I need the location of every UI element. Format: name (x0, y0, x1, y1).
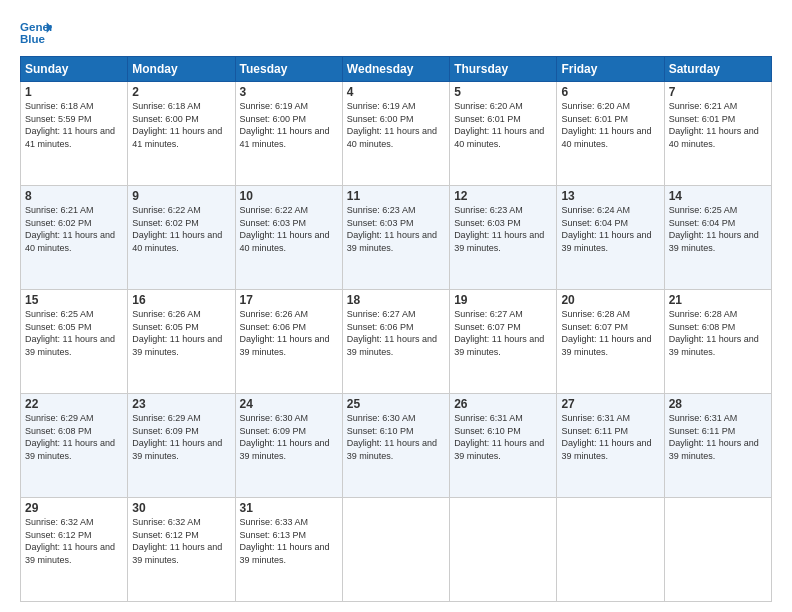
day-number: 18 (347, 293, 445, 307)
calendar-cell: 23Sunrise: 6:29 AMSunset: 6:09 PMDayligh… (128, 394, 235, 498)
day-info: Sunrise: 6:28 AMSunset: 6:07 PMDaylight:… (561, 309, 651, 357)
day-number: 30 (132, 501, 230, 515)
day-info: Sunrise: 6:18 AMSunset: 5:59 PMDaylight:… (25, 101, 115, 149)
calendar-cell: 27Sunrise: 6:31 AMSunset: 6:11 PMDayligh… (557, 394, 664, 498)
calendar-week-row: 22Sunrise: 6:29 AMSunset: 6:08 PMDayligh… (21, 394, 772, 498)
calendar-table: SundayMondayTuesdayWednesdayThursdayFrid… (20, 56, 772, 602)
day-number: 24 (240, 397, 338, 411)
logo-icon: General Blue (20, 18, 52, 46)
day-info: Sunrise: 6:20 AMSunset: 6:01 PMDaylight:… (561, 101, 651, 149)
calendar-cell (450, 498, 557, 602)
calendar-cell: 10Sunrise: 6:22 AMSunset: 6:03 PMDayligh… (235, 186, 342, 290)
day-number: 14 (669, 189, 767, 203)
day-info: Sunrise: 6:22 AMSunset: 6:02 PMDaylight:… (132, 205, 222, 253)
day-number: 1 (25, 85, 123, 99)
calendar-cell: 20Sunrise: 6:28 AMSunset: 6:07 PMDayligh… (557, 290, 664, 394)
day-number: 31 (240, 501, 338, 515)
day-number: 19 (454, 293, 552, 307)
calendar-cell: 4Sunrise: 6:19 AMSunset: 6:00 PMDaylight… (342, 82, 449, 186)
calendar-cell (342, 498, 449, 602)
day-number: 17 (240, 293, 338, 307)
calendar-header-row: SundayMondayTuesdayWednesdayThursdayFrid… (21, 57, 772, 82)
calendar-cell: 30Sunrise: 6:32 AMSunset: 6:12 PMDayligh… (128, 498, 235, 602)
day-info: Sunrise: 6:32 AMSunset: 6:12 PMDaylight:… (25, 517, 115, 565)
day-info: Sunrise: 6:30 AMSunset: 6:10 PMDaylight:… (347, 413, 437, 461)
calendar-cell: 18Sunrise: 6:27 AMSunset: 6:06 PMDayligh… (342, 290, 449, 394)
calendar-week-row: 1Sunrise: 6:18 AMSunset: 5:59 PMDaylight… (21, 82, 772, 186)
day-info: Sunrise: 6:26 AMSunset: 6:06 PMDaylight:… (240, 309, 330, 357)
page: General Blue SundayMondayTuesdayWednesda… (0, 0, 792, 612)
day-number: 2 (132, 85, 230, 99)
day-info: Sunrise: 6:29 AMSunset: 6:08 PMDaylight:… (25, 413, 115, 461)
day-number: 13 (561, 189, 659, 203)
day-number: 12 (454, 189, 552, 203)
day-number: 8 (25, 189, 123, 203)
svg-text:Blue: Blue (20, 33, 46, 45)
day-number: 6 (561, 85, 659, 99)
day-number: 7 (669, 85, 767, 99)
day-info: Sunrise: 6:23 AMSunset: 6:03 PMDaylight:… (454, 205, 544, 253)
calendar-cell: 2Sunrise: 6:18 AMSunset: 6:00 PMDaylight… (128, 82, 235, 186)
day-number: 4 (347, 85, 445, 99)
day-info: Sunrise: 6:23 AMSunset: 6:03 PMDaylight:… (347, 205, 437, 253)
day-info: Sunrise: 6:21 AMSunset: 6:01 PMDaylight:… (669, 101, 759, 149)
day-number: 20 (561, 293, 659, 307)
day-number: 9 (132, 189, 230, 203)
header: General Blue (20, 18, 772, 46)
calendar-week-row: 15Sunrise: 6:25 AMSunset: 6:05 PMDayligh… (21, 290, 772, 394)
day-info: Sunrise: 6:25 AMSunset: 6:04 PMDaylight:… (669, 205, 759, 253)
calendar-cell (557, 498, 664, 602)
day-info: Sunrise: 6:22 AMSunset: 6:03 PMDaylight:… (240, 205, 330, 253)
day-info: Sunrise: 6:27 AMSunset: 6:06 PMDaylight:… (347, 309, 437, 357)
calendar-cell: 21Sunrise: 6:28 AMSunset: 6:08 PMDayligh… (664, 290, 771, 394)
calendar-cell: 1Sunrise: 6:18 AMSunset: 5:59 PMDaylight… (21, 82, 128, 186)
day-info: Sunrise: 6:33 AMSunset: 6:13 PMDaylight:… (240, 517, 330, 565)
day-info: Sunrise: 6:27 AMSunset: 6:07 PMDaylight:… (454, 309, 544, 357)
calendar-cell: 22Sunrise: 6:29 AMSunset: 6:08 PMDayligh… (21, 394, 128, 498)
day-info: Sunrise: 6:19 AMSunset: 6:00 PMDaylight:… (240, 101, 330, 149)
day-number: 22 (25, 397, 123, 411)
day-info: Sunrise: 6:25 AMSunset: 6:05 PMDaylight:… (25, 309, 115, 357)
day-info: Sunrise: 6:31 AMSunset: 6:10 PMDaylight:… (454, 413, 544, 461)
day-number: 21 (669, 293, 767, 307)
calendar-cell: 15Sunrise: 6:25 AMSunset: 6:05 PMDayligh… (21, 290, 128, 394)
day-info: Sunrise: 6:30 AMSunset: 6:09 PMDaylight:… (240, 413, 330, 461)
calendar-cell: 19Sunrise: 6:27 AMSunset: 6:07 PMDayligh… (450, 290, 557, 394)
calendar-cell (664, 498, 771, 602)
day-number: 5 (454, 85, 552, 99)
calendar-day-header: Thursday (450, 57, 557, 82)
day-info: Sunrise: 6:20 AMSunset: 6:01 PMDaylight:… (454, 101, 544, 149)
day-info: Sunrise: 6:24 AMSunset: 6:04 PMDaylight:… (561, 205, 651, 253)
calendar-cell: 14Sunrise: 6:25 AMSunset: 6:04 PMDayligh… (664, 186, 771, 290)
calendar-week-row: 29Sunrise: 6:32 AMSunset: 6:12 PMDayligh… (21, 498, 772, 602)
day-number: 26 (454, 397, 552, 411)
calendar-day-header: Sunday (21, 57, 128, 82)
calendar-cell: 29Sunrise: 6:32 AMSunset: 6:12 PMDayligh… (21, 498, 128, 602)
day-number: 11 (347, 189, 445, 203)
calendar-cell: 16Sunrise: 6:26 AMSunset: 6:05 PMDayligh… (128, 290, 235, 394)
calendar-cell: 12Sunrise: 6:23 AMSunset: 6:03 PMDayligh… (450, 186, 557, 290)
calendar-week-row: 8Sunrise: 6:21 AMSunset: 6:02 PMDaylight… (21, 186, 772, 290)
day-info: Sunrise: 6:19 AMSunset: 6:00 PMDaylight:… (347, 101, 437, 149)
day-info: Sunrise: 6:31 AMSunset: 6:11 PMDaylight:… (561, 413, 651, 461)
day-info: Sunrise: 6:18 AMSunset: 6:00 PMDaylight:… (132, 101, 222, 149)
day-number: 27 (561, 397, 659, 411)
calendar-day-header: Wednesday (342, 57, 449, 82)
day-number: 16 (132, 293, 230, 307)
calendar-day-header: Friday (557, 57, 664, 82)
calendar-cell: 3Sunrise: 6:19 AMSunset: 6:00 PMDaylight… (235, 82, 342, 186)
day-number: 15 (25, 293, 123, 307)
logo: General Blue (20, 18, 52, 46)
day-info: Sunrise: 6:26 AMSunset: 6:05 PMDaylight:… (132, 309, 222, 357)
calendar-cell: 31Sunrise: 6:33 AMSunset: 6:13 PMDayligh… (235, 498, 342, 602)
calendar-cell: 9Sunrise: 6:22 AMSunset: 6:02 PMDaylight… (128, 186, 235, 290)
calendar-cell: 13Sunrise: 6:24 AMSunset: 6:04 PMDayligh… (557, 186, 664, 290)
calendar-cell: 11Sunrise: 6:23 AMSunset: 6:03 PMDayligh… (342, 186, 449, 290)
calendar-cell: 26Sunrise: 6:31 AMSunset: 6:10 PMDayligh… (450, 394, 557, 498)
day-info: Sunrise: 6:21 AMSunset: 6:02 PMDaylight:… (25, 205, 115, 253)
calendar-day-header: Tuesday (235, 57, 342, 82)
day-number: 25 (347, 397, 445, 411)
day-number: 28 (669, 397, 767, 411)
day-info: Sunrise: 6:28 AMSunset: 6:08 PMDaylight:… (669, 309, 759, 357)
calendar-cell: 7Sunrise: 6:21 AMSunset: 6:01 PMDaylight… (664, 82, 771, 186)
